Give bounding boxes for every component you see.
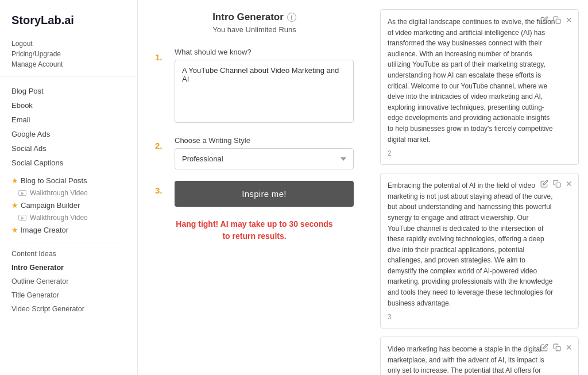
edit-icon [540,343,548,351]
svg-rect-1 [556,183,560,187]
edit-icon [540,180,548,188]
card-actions-3: ✕ [539,342,574,353]
video-icon-2 [18,215,26,221]
sidebar-top-links: Logout Pricing/Upgrade Manage Account [0,38,137,77]
edit-icon [540,16,548,24]
copy-icon [553,180,561,188]
card-text-2: Embracing the potential of AI in the fie… [388,180,555,308]
sidebar: StoryLab.ai Logout Pricing/Upgrade Manag… [0,0,138,375]
card-copy-btn-1[interactable] [552,14,562,26]
center-panel: Intro Generator i You have Unlimited Run… [138,0,371,375]
sidebar-item-content-ideas[interactable]: Content Ideas [11,247,126,261]
sidebar-main-section: Blog Post Ebook Email Google Ads Social … [0,77,137,316]
content-ideas-section: Content Ideas Intro Generator Outline Ge… [11,242,126,316]
step-1-number: 1. [155,48,167,62]
video-icon [18,190,26,196]
sidebar-item-outline-generator[interactable]: Outline Generator [11,275,126,288]
card-actions-1: ✕ [539,14,574,26]
star-icon-2: ★ [11,201,18,210]
pricing-link[interactable]: Pricing/Upgrade [11,49,126,59]
card-close-btn-1[interactable]: ✕ [564,14,574,26]
info-icon[interactable]: i [287,13,296,22]
svg-rect-0 [556,19,560,24]
card-edit-btn-3[interactable] [539,342,550,353]
card-copy-btn-2[interactable] [552,178,562,190]
card-actions-2: ✕ [539,178,574,190]
step-2-content: Choose a Writing Style ProfessionalCasua… [175,136,354,169]
star-icon: ★ [11,176,18,185]
step-3-row: 3. Inspire me! [155,181,354,207]
sidebar-item-image-creator[interactable]: ★Image Creator [11,223,126,237]
sidebar-item-social-captions[interactable]: Social Captions [11,156,126,170]
card-num-2: 3 [388,313,555,321]
sidebar-item-campaign-builder[interactable]: ★Campaign Builder [11,198,126,212]
page-title: Intro Generator i [155,11,354,23]
card-edit-btn-2[interactable] [539,178,550,190]
sidebar-logo: StoryLab.ai [0,9,137,38]
card-num-1: 2 [388,149,555,157]
result-card-1: ✕ As the digital landscape continues to … [380,9,579,165]
what-to-know-input[interactable] [175,60,354,123]
step-3-number: 3. [155,181,167,195]
step-2-number: 2. [155,136,167,150]
inspire-button[interactable]: Inspire me! [175,181,354,207]
result-card-2: ✕ Embracing the potential of AI in the f… [380,173,579,328]
sidebar-item-email[interactable]: Email [11,113,126,127]
card-close-btn-3[interactable]: ✕ [564,342,574,353]
card-close-btn-2[interactable]: ✕ [564,178,574,190]
sidebar-item-video-script[interactable]: Video Script Generator [11,302,126,316]
writing-style-select[interactable]: ProfessionalCasualFormalHumorousInspirat… [175,148,354,169]
manage-account-link[interactable]: Manage Account [11,59,126,69]
step-2-label: Choose a Writing Style [175,136,354,145]
card-edit-btn-1[interactable] [539,14,550,26]
card-text-1: As the digital landscape continues to ev… [388,17,555,145]
step-1-row: 1. What should we know? [155,48,354,125]
step-2-row: 2. Choose a Writing Style ProfessionalCa… [155,136,354,169]
step-1-label: What should we know? [175,48,354,56]
main-content: Intro Generator i You have Unlimited Run… [138,0,588,375]
card-copy-btn-3[interactable] [552,342,562,353]
svg-rect-2 [556,347,560,351]
sidebar-item-google-ads[interactable]: Google Ads [11,127,126,141]
step-3-content: Inspire me! [175,181,354,207]
sidebar-item-intro-generator[interactable]: Intro Generator [11,261,126,275]
copy-icon [553,16,561,24]
logout-link[interactable]: Logout [11,38,126,49]
unlimited-runs-badge: You have Unlimited Runs [155,25,354,34]
copy-icon [553,343,561,351]
sidebar-item-title-generator[interactable]: Title Generator [11,288,126,302]
star-icon-3: ★ [11,226,18,234]
sidebar-item-blog-post[interactable]: Blog Post [11,84,126,98]
card-text-3: Video marketing has become a staple in t… [388,344,555,375]
loading-text: Hang tight! AI may take up to 30 seconds… [155,218,354,242]
loading-message: Hang tight! AI may take up to 30 seconds… [155,218,354,242]
sidebar-item-social-ads[interactable]: Social Ads [11,141,126,156]
result-card-3: ✕ Video marketing has become a staple in… [380,337,579,375]
blog-to-social-walkthrough[interactable]: Walkthrough Video [11,188,126,198]
results-panel: ✕ As the digital landscape continues to … [371,0,588,375]
step-1-content: What should we know? [175,48,354,125]
campaign-builder-walkthrough[interactable]: Walkthrough Video [11,212,126,223]
sidebar-item-blog-to-social[interactable]: ★Blog to Social Posts [11,173,126,188]
sidebar-item-ebook[interactable]: Ebook [11,98,126,113]
